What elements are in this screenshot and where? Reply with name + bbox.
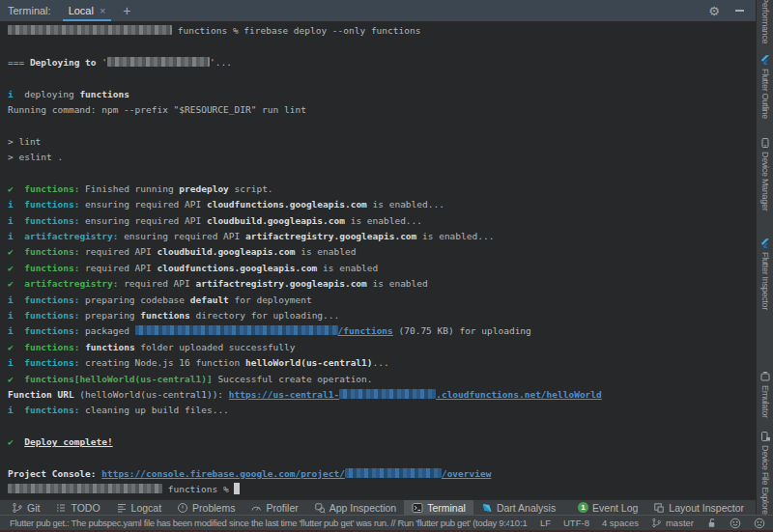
terminal-text [14, 342, 24, 352]
stripe-item-device-manager[interactable]: Device Manager [757, 137, 773, 210]
git-branch-icon [651, 518, 663, 529]
terminal-text: is enabled... [367, 199, 444, 210]
terminal-text: required API [118, 278, 195, 289]
happy-face-icon[interactable] [730, 518, 741, 529]
toolwindow-tab-git[interactable]: Git [4, 500, 47, 516]
terminal-line: ✔ functions: functions folder uploaded s… [8, 340, 756, 355]
stripe-item-flutter-inspector[interactable]: Flutter Inspector [757, 238, 773, 310]
terminal-text: Running command: npm --prefix "$RESOURCE… [8, 104, 306, 115]
tab-local-label: Local [69, 5, 94, 16]
hide-toolwindow-icon[interactable] [735, 10, 744, 12]
terminal-line [8, 166, 756, 182]
status-bar: Flutter pub get.: The pubspec.yaml file … [0, 515, 773, 530]
terminal-text: functions: [24, 294, 79, 305]
terminal-text: script. [229, 183, 273, 194]
terminal-text: === [8, 57, 30, 68]
redacted-link[interactable] [135, 325, 338, 335]
terminal-text: functions: [24, 342, 79, 352]
event-log-button[interactable]: 1 Event Log [570, 500, 645, 516]
git-branch-widget[interactable]: master [651, 518, 694, 529]
terminal-line: ✔ Deploy complete! [8, 434, 756, 450]
terminal-text: functions: [24, 215, 79, 226]
terminal-text: artifactregistry.googleapis.com [245, 231, 416, 241]
sad-face-icon[interactable] [754, 518, 765, 529]
redacted-link[interactable] [345, 468, 442, 478]
terminal-line: functions % firebase deploy --only funct… [8, 23, 756, 39]
profiler-icon [250, 502, 262, 514]
emulator-icon [759, 371, 771, 382]
terminal-line: i functions: ensuring required API cloud… [8, 197, 756, 212]
terminal-line: Running command: npm --prefix "$RESOURCE… [8, 102, 756, 118]
stripe-item-device-file-explorer[interactable]: Device File Explorer [757, 431, 773, 515]
terminal-text: Successful create operation. [213, 374, 373, 384]
terminal-text: for deployment [229, 294, 312, 305]
status-widgets: 10:1 LF UTF-8 4 spaces master [509, 518, 765, 529]
terminal-link[interactable]: /functions [338, 325, 393, 336]
stripe-item-emulator[interactable]: Emulator [757, 371, 773, 418]
terminal-link[interactable]: .cloudfunctions.net/helloWorld [436, 389, 602, 400]
terminal-text: cloudbuild.googleapis.com [157, 246, 295, 257]
terminal-text [14, 436, 24, 447]
terminal-text: packaged [79, 325, 134, 336]
terminal-text: cloudfunctions.googleapis.com [157, 263, 317, 273]
terminal-line [8, 39, 756, 54]
toolwindow-tab-problems[interactable]: Problems [169, 500, 243, 516]
terminal-text: is enabled [317, 263, 378, 273]
toolwindow-tab-dart-analysis[interactable]: Dart Analysis [473, 500, 563, 516]
terminal-text: is enabled [295, 246, 356, 257]
terminal-line: i artifactregistry: ensuring required AP… [8, 229, 756, 244]
gear-icon[interactable]: ⚙ [708, 5, 720, 17]
terminal-text: functions: [24, 405, 79, 415]
terminal-text: Project Console: [8, 468, 101, 479]
bottom-tool-window-bar: Git TODO Logcat Problems Profiler [0, 499, 756, 515]
toolwindow-tab-profiler[interactable]: Profiler [243, 500, 305, 516]
terminal-link[interactable]: https://console.firebase.google.com/proj… [101, 468, 345, 479]
terminal-text: '... [210, 57, 232, 68]
toolwindow-tab-terminal[interactable]: Terminal [404, 500, 473, 516]
terminal-text: ... [373, 357, 389, 368]
lock-icon[interactable] [706, 518, 717, 528]
git-icon [12, 502, 23, 514]
terminal-text: functions [85, 342, 134, 352]
terminal-text: ensuring required API [118, 231, 245, 241]
add-tab-button[interactable]: + [123, 3, 130, 18]
indent-setting[interactable]: 4 spaces [602, 518, 639, 528]
terminal-line: Project Console: https://console.firebas… [8, 466, 756, 482]
toolwindow-tab-logcat[interactable]: Logcat [108, 500, 170, 516]
toolwindow-tab-todo[interactable]: TODO [47, 500, 107, 516]
layout-inspector-icon [653, 502, 665, 514]
caret-position[interactable]: 10:1 [509, 518, 528, 528]
terminal-output[interactable]: functions % firebase deploy --only funct… [0, 21, 756, 499]
terminal-text: functions: [24, 310, 79, 321]
terminal-line: Function URL (helloWorld(us-central1)): … [8, 387, 756, 403]
terminal-text: functions: [24, 183, 79, 194]
terminal-line: ✔ functions: required API cloudbuild.goo… [8, 244, 756, 260]
terminal-text: artifactregistry: [24, 278, 118, 289]
terminal-text: functions: [24, 199, 79, 210]
tab-local[interactable]: Local × [61, 0, 114, 21]
terminal-text [14, 215, 24, 226]
line-ending[interactable]: LF [540, 518, 551, 528]
terminal-text: required API [79, 263, 157, 273]
terminal-line: i functions: preparing codebase default … [8, 293, 756, 308]
redacted-text [8, 484, 162, 493]
toolwindow-tab-app-inspection[interactable]: App Inspection [306, 500, 404, 516]
terminal-text [14, 310, 24, 321]
close-icon[interactable]: × [100, 6, 105, 16]
layout-inspector-button[interactable]: Layout Inspector [645, 500, 752, 516]
terminal-text: > eslint . [8, 152, 63, 162]
terminal-text [14, 231, 24, 241]
terminal-text [14, 405, 24, 415]
stripe-item-performance[interactable]: Performance [757, 0, 773, 43]
encoding[interactable]: UTF-8 [563, 518, 589, 528]
stripe-item-flutter-outline[interactable]: Flutter Outline [757, 54, 773, 119]
terminal-line: i functions: packaged /functions (70.75 … [8, 323, 756, 339]
terminal-text: functions: [24, 325, 79, 336]
terminal-link[interactable]: /overview [442, 468, 491, 479]
status-message: Flutter pub get.: The pubspec.yaml file … [10, 518, 509, 528]
terminal-text [14, 263, 24, 273]
terminal-text: functions % firebase deploy --only funct… [172, 25, 420, 36]
redacted-link[interactable] [339, 389, 436, 399]
terminal-link[interactable]: https://us-central1- [229, 389, 339, 400]
terminal-text: Deploying to [30, 57, 101, 68]
